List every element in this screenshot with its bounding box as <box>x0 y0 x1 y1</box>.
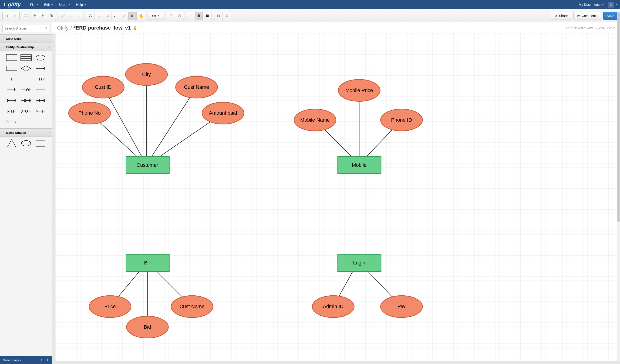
shape-relationship[interactable] <box>19 64 32 73</box>
ungroup-button[interactable] <box>31 12 39 20</box>
svg-text:Bill: Bill <box>144 260 151 266</box>
svg-rect-18 <box>217 15 218 15</box>
shape-conn-many-one-d[interactable] <box>34 106 47 116</box>
chevron-down-icon <box>69 4 71 5</box>
app-logo: gliffy <box>2 2 21 8</box>
section-basic-shapes[interactable]: ≡Basic Shapes× <box>0 128 52 137</box>
guides-button[interactable] <box>203 12 212 20</box>
erase-button <box>75 12 84 20</box>
svg-point-4 <box>27 16 27 17</box>
popup-button <box>67 12 75 20</box>
shape-conn-zero-many-b[interactable] <box>19 106 32 116</box>
svg-rect-0 <box>25 15 27 16</box>
pointer-tool[interactable] <box>128 12 137 20</box>
close-icon[interactable]: × <box>48 45 50 49</box>
diagram-canvas[interactable]: Customer Phone No Cust ID City Cust Name… <box>55 33 617 361</box>
svg-text:Cust Name: Cust Name <box>179 304 204 309</box>
zoom-select[interactable]: 75% <box>148 12 165 20</box>
undo-button[interactable] <box>2 12 11 20</box>
chevron-down-icon <box>602 4 604 5</box>
share-button[interactable]: Share <box>551 12 571 20</box>
section-entity-relationship[interactable]: ≡Entity-Relationship× <box>0 43 52 51</box>
theme-button[interactable] <box>214 12 223 20</box>
redo-button[interactable] <box>11 12 19 20</box>
more-shapes-link[interactable]: More Shapes <box>3 358 21 362</box>
section-most-used[interactable]: ≡Most Used <box>0 34 52 43</box>
my-documents-link[interactable]: My Documents <box>576 1 606 8</box>
app-name: gliffy <box>8 2 21 8</box>
svg-rect-11 <box>70 15 72 16</box>
text-tool[interactable]: A <box>86 12 95 20</box>
shape-rectangle[interactable] <box>34 139 47 148</box>
shape-conn-zero-many-a[interactable] <box>19 96 32 105</box>
chevron-down-icon <box>616 4 618 5</box>
search-icon <box>45 27 48 30</box>
user-avatar[interactable] <box>608 2 614 8</box>
search-input[interactable] <box>4 27 45 30</box>
collapse-sidebar-icon[interactable] <box>46 358 49 362</box>
collapse-vert-icon[interactable] <box>40 358 43 362</box>
shape-conn-zero-many-c[interactable] <box>5 117 18 126</box>
svg-rect-15 <box>116 15 117 15</box>
svg-text:Mobile Price: Mobile Price <box>345 88 373 93</box>
shape-entity[interactable] <box>5 53 18 62</box>
svg-text:Phone ID: Phone ID <box>391 117 412 123</box>
menu-edit[interactable]: Edit <box>42 1 55 8</box>
group-button[interactable] <box>22 12 31 20</box>
vertical-scrollbar[interactable] <box>617 22 620 361</box>
er-shapes <box>0 51 52 128</box>
shape-conn-many-many-a[interactable] <box>5 96 18 105</box>
pan-tool[interactable]: ✋ <box>137 12 145 20</box>
doc-header: Gliffy / *ERD purchase flow, v1 🔒 Draft … <box>52 22 620 33</box>
canvas-area: Gliffy / *ERD purchase flow, v1 🔒 Draft … <box>52 22 620 364</box>
basic-shapes <box>0 137 52 150</box>
shape-conn-one-many-b[interactable] <box>34 96 47 105</box>
breadcrumb: Gliffy / *ERD purchase flow, v1 🔒 <box>57 25 137 31</box>
svg-line-62 <box>103 87 144 161</box>
close-icon[interactable]: × <box>48 131 50 135</box>
svg-text:Customer: Customer <box>137 162 158 168</box>
ellipse-tool[interactable] <box>95 12 103 20</box>
shape-conn-many-one-c[interactable] <box>5 106 18 116</box>
line-tool[interactable] <box>120 12 128 20</box>
svg-point-22 <box>46 28 47 29</box>
svg-point-59 <box>21 140 31 146</box>
menu-share[interactable]: Share <box>56 1 73 8</box>
svg-text:Bid: Bid <box>144 324 151 330</box>
shape-entity-rows[interactable] <box>19 53 32 62</box>
shape-conn-many-one[interactable] <box>34 75 47 84</box>
svg-text:Mobile: Mobile <box>352 162 367 168</box>
menu-file[interactable]: File <box>28 1 41 8</box>
send-back-button[interactable] <box>47 12 56 20</box>
lock-icon: 🔒 <box>133 26 137 30</box>
grid-toggle[interactable] <box>195 12 203 20</box>
svg-text:PW: PW <box>398 304 406 309</box>
shape-conn-one-one[interactable] <box>19 75 32 84</box>
doc-title[interactable]: *ERD purchase flow, v1 <box>74 25 131 31</box>
shape-conn-zero-one-b[interactable] <box>19 85 32 94</box>
shape-triangle[interactable] <box>5 139 18 148</box>
zoom-out-button[interactable] <box>175 12 184 20</box>
comments-button[interactable]: Comments <box>574 12 601 20</box>
menu-help[interactable]: Help <box>74 1 88 8</box>
shape-attribute[interactable] <box>34 53 47 62</box>
search-shapes[interactable] <box>2 25 50 32</box>
breadcrumb-root[interactable]: Gliffy <box>57 25 69 31</box>
shape-ellipse[interactable] <box>19 139 32 148</box>
shape-conn-many[interactable] <box>34 64 47 73</box>
shape-conn-zero-one-a[interactable] <box>5 85 18 94</box>
zoom-in-button[interactable] <box>167 12 175 20</box>
shape-conn-one[interactable] <box>5 75 18 84</box>
layers-button[interactable] <box>223 12 231 20</box>
bring-front-button[interactable] <box>39 12 47 20</box>
connector-tool[interactable] <box>111 12 120 20</box>
svg-text:Login: Login <box>353 260 365 266</box>
shape-conn-simple[interactable] <box>34 85 47 94</box>
svg-rect-21 <box>218 16 220 17</box>
shape-weak-entity[interactable] <box>5 64 18 73</box>
rect-tool[interactable] <box>103 12 111 20</box>
save-button[interactable]: Save <box>603 12 618 20</box>
chevron-down-icon <box>37 4 39 5</box>
save-status: Draft saved at Jan 29, 2018 22:36 <box>566 26 615 30</box>
svg-rect-19 <box>218 15 220 15</box>
